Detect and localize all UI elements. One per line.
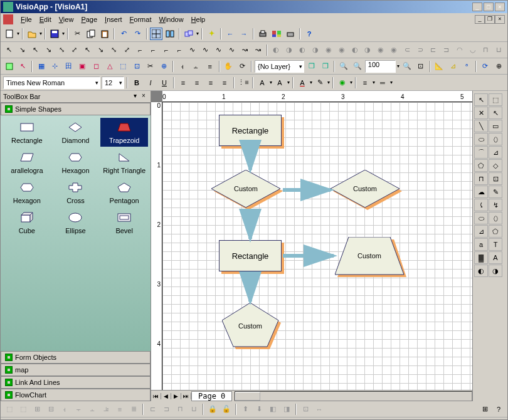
canvas-shape-5[interactable]: Custom — [222, 303, 278, 347]
canvas-shape-4[interactable]: Custom — [335, 237, 404, 275]
font-color[interactable]: A — [296, 76, 309, 89]
mdi-minimize[interactable]: _ — [475, 15, 485, 24]
right-tool-4-0[interactable]: ⌒ — [474, 146, 488, 159]
connector-9[interactable]: ⤢ — [121, 44, 133, 56]
arc-1[interactable]: ◑ — [283, 44, 295, 56]
menu-file[interactable]: File — [17, 14, 36, 24]
arc-2[interactable]: ◐ — [297, 44, 309, 56]
measure2[interactable]: ⊿ — [447, 60, 459, 73]
align-tool-5[interactable]: ⫟ — [72, 403, 85, 416]
align-tool-11[interactable]: ⊐ — [160, 403, 172, 416]
h-scrollbar[interactable] — [235, 391, 472, 401]
open-button[interactable] — [26, 28, 38, 40]
align-right[interactable]: ≡ — [204, 76, 217, 89]
bullets[interactable]: ⋮≡ — [237, 76, 250, 89]
right-tool-5-1[interactable]: ◇ — [489, 159, 502, 172]
right-tool-8-1[interactable]: ↯ — [489, 199, 502, 211]
connector-19[interactable]: ↝ — [252, 44, 264, 56]
menu-format[interactable]: Format — [126, 14, 156, 24]
right-tool-10-0[interactable]: ⊿ — [474, 225, 488, 238]
align-justify[interactable]: ≡ — [218, 76, 231, 89]
page-next[interactable]: ▶ — [171, 393, 181, 399]
align-tool-3[interactable]: ⊟ — [45, 403, 57, 416]
align-tool-2[interactable]: ⊞ — [31, 403, 43, 416]
mdi-close[interactable]: × — [495, 15, 505, 24]
connector-14[interactable]: ∿ — [186, 44, 198, 56]
btb1-right-1[interactable]: ? — [492, 403, 505, 416]
shape-cube[interactable]: Cube — [3, 208, 51, 237]
right-tool-11-1[interactable]: T — [489, 238, 502, 251]
align-tool-13[interactable]: ⊔ — [188, 403, 200, 416]
shape-hexagon[interactable]: Hexagon — [3, 178, 51, 207]
right-tool-10-1[interactable]: ⬠ — [489, 225, 502, 238]
help-button[interactable]: ? — [303, 28, 315, 40]
grid-button[interactable] — [150, 28, 162, 40]
right-tool-1-0[interactable]: ✕ — [474, 107, 488, 119]
distribute-v[interactable]: ⫠ — [190, 60, 203, 73]
select-mode[interactable] — [3, 60, 16, 73]
right-tool-4-1[interactable]: ⊿ — [489, 146, 502, 159]
shape-trapezoid[interactable]: Trapezoid — [100, 118, 148, 147]
guides-toggle[interactable]: 田 — [63, 60, 75, 73]
underline-button[interactable]: U — [158, 76, 171, 89]
connector-15[interactable]: ∿ — [199, 44, 211, 56]
cat-simple-shapes[interactable]: Simple Shapes — [1, 103, 151, 115]
undo-button[interactable]: ↶ — [117, 28, 130, 40]
align-tool-18[interactable]: ◧ — [267, 403, 279, 416]
canvas-shape-3[interactable]: Rectangle — [219, 240, 282, 271]
arc-3[interactable]: ◑ — [309, 44, 321, 56]
minimize-button[interactable]: _ — [472, 3, 482, 11]
pan-tool[interactable]: ✋ — [223, 60, 235, 73]
paste-button[interactable] — [98, 28, 111, 40]
measure1[interactable]: 📐 — [433, 60, 446, 73]
shape-ellipse[interactable]: Ellipse — [52, 208, 100, 237]
page-last[interactable]: ⏭ — [181, 393, 191, 399]
connector-17[interactable]: ∿ — [226, 44, 238, 56]
right-tool-5-0[interactable]: ⬠ — [474, 159, 488, 172]
tri-toggle[interactable]: △ — [103, 60, 116, 73]
layers-button[interactable]: ❒ — [305, 60, 318, 73]
right-tool-12-1[interactable]: A — [489, 251, 502, 264]
right-tool-13-0[interactable]: ◐ — [474, 265, 488, 277]
shape-rectangle[interactable]: Rectangle — [3, 118, 51, 147]
align-tool-6[interactable]: ⫠ — [86, 403, 98, 416]
page-first[interactable]: ⏮ — [151, 393, 161, 399]
page-tab-0[interactable]: Page 0 — [191, 391, 232, 401]
maximize-button[interactable]: □ — [484, 3, 494, 11]
target[interactable]: ⊕ — [158, 60, 171, 73]
right-tool-0-1[interactable]: ⬚ — [489, 93, 502, 106]
cat-link-and-lines[interactable]: Link And Lines — [1, 376, 151, 389]
sel-toggle[interactable]: ◻ — [90, 60, 102, 73]
connector-6[interactable]: ↖ — [82, 44, 93, 56]
shape-diamond[interactable]: Diamond — [52, 118, 100, 147]
right-tool-0-0[interactable]: ↖ — [474, 93, 488, 106]
cat-form-objects[interactable]: Form Objects — [1, 351, 151, 364]
layer-combo[interactable]: {No Layer} — [255, 60, 304, 73]
align-tool-7[interactable]: ⫡ — [100, 403, 112, 416]
align-tool-10[interactable]: ⊏ — [146, 403, 159, 416]
connector-11[interactable]: ⌐ — [147, 44, 159, 56]
connector-4[interactable]: ⤡ — [56, 44, 68, 56]
connector-3[interactable]: ↘ — [43, 44, 55, 56]
arc-7[interactable]: ◑ — [362, 44, 374, 56]
right-tool-3-1[interactable]: ⬯ — [489, 133, 502, 145]
align-tool-15[interactable]: 🔓 — [220, 403, 233, 416]
print-button[interactable] — [257, 28, 269, 40]
arc-17[interactable]: ⊔ — [493, 44, 505, 56]
italic-button[interactable]: I — [144, 76, 157, 89]
align-tool-1[interactable]: ⬚ — [17, 403, 29, 416]
right-tool-9-1[interactable]: ⬯ — [489, 212, 502, 224]
connector-7[interactable]: ↘ — [95, 44, 107, 56]
align-tool-14[interactable]: 🔒 — [206, 403, 219, 416]
line-style[interactable]: ≡ — [359, 76, 371, 89]
align-tool-17[interactable]: ⬇ — [253, 403, 265, 416]
align-tool-4[interactable]: ⫞ — [58, 403, 71, 416]
shape-arallelogra[interactable]: arallelogra — [3, 148, 51, 177]
connector-0[interactable]: ↖ — [3, 44, 15, 56]
connector-18[interactable]: ↝ — [239, 44, 251, 56]
group-button[interactable] — [183, 28, 195, 40]
print2-button[interactable] — [284, 28, 297, 40]
crop[interactable]: ✂ — [144, 60, 157, 73]
arc-11[interactable]: ⊃ — [415, 44, 426, 56]
menu-help[interactable]: Help — [188, 14, 209, 24]
